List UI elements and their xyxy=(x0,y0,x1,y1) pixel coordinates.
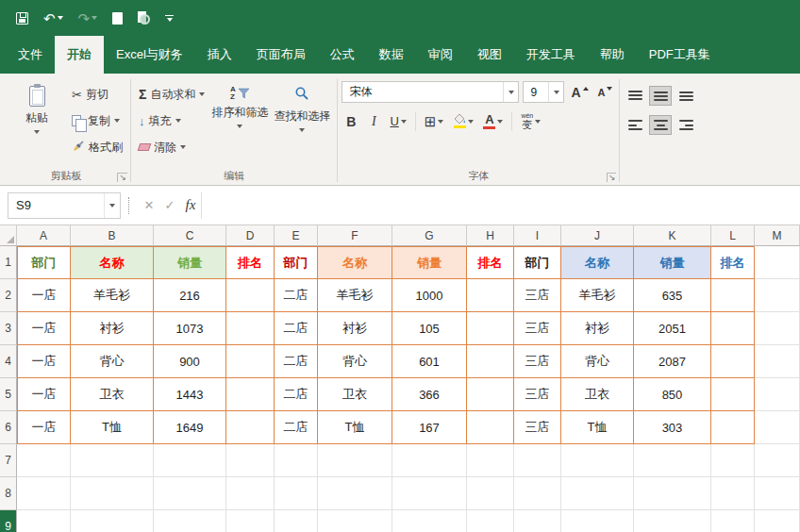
bottom-align-button[interactable] xyxy=(675,86,697,106)
cell-F9[interactable] xyxy=(318,510,392,532)
cell-H5[interactable] xyxy=(467,378,514,411)
sort-filter-button[interactable]: AZ 排序和筛选 xyxy=(208,78,271,167)
cell-B3[interactable]: 衬衫 xyxy=(71,312,154,345)
cell-A6[interactable]: 一店 xyxy=(17,411,71,444)
row-header-1[interactable]: 1 xyxy=(0,246,17,279)
cell-E5[interactable]: 二店 xyxy=(275,378,318,411)
format-painter-button[interactable]: 格式刷 xyxy=(68,137,126,158)
cell-M9[interactable] xyxy=(755,510,800,532)
formula-input[interactable] xyxy=(201,192,800,219)
cell-E2[interactable]: 二店 xyxy=(275,279,318,312)
cell-K2[interactable]: 635 xyxy=(634,279,711,312)
cell-G1[interactable]: 销量 xyxy=(392,246,467,279)
cell-B5[interactable]: 卫衣 xyxy=(71,378,154,411)
cell-M1[interactable] xyxy=(755,246,800,279)
cell-I7[interactable] xyxy=(514,444,561,477)
cell-K8[interactable] xyxy=(634,477,711,510)
cell-B1[interactable]: 名称 xyxy=(71,246,154,279)
cell-H8[interactable] xyxy=(467,477,514,510)
cell-J6[interactable]: T恤 xyxy=(561,411,634,444)
cell-D9[interactable] xyxy=(226,510,275,532)
new-file-button[interactable] xyxy=(109,7,125,29)
cell-I4[interactable]: 三店 xyxy=(514,345,561,378)
col-header-D[interactable]: D xyxy=(226,225,275,246)
cell-J7[interactable] xyxy=(561,444,634,477)
cell-C7[interactable] xyxy=(154,444,226,477)
cell-L8[interactable] xyxy=(711,477,755,510)
clipboard-dialog-launcher-icon[interactable]: ↘ xyxy=(117,173,127,182)
bold-button[interactable]: B xyxy=(342,110,360,132)
cell-J3[interactable]: 衬衫 xyxy=(561,312,634,345)
cell-F6[interactable]: T恤 xyxy=(318,411,392,444)
cell-D3[interactable] xyxy=(226,312,275,345)
cell-C4[interactable]: 900 xyxy=(154,345,226,378)
cell-H2[interactable] xyxy=(467,279,514,312)
cell-D6[interactable] xyxy=(226,411,275,444)
print-preview-button[interactable] xyxy=(135,7,153,29)
font-size-select[interactable]: 9 xyxy=(523,81,564,103)
cell-J2[interactable]: 羊毛衫 xyxy=(561,279,634,312)
tab-developer[interactable]: 开发工具 xyxy=(514,36,588,74)
cell-H7[interactable] xyxy=(467,444,514,477)
row-header-4[interactable]: 4 xyxy=(0,345,17,378)
cell-L3[interactable] xyxy=(711,312,755,345)
cell-J1[interactable]: 名称 xyxy=(561,246,634,279)
cell-A3[interactable]: 一店 xyxy=(17,312,71,345)
cell-E7[interactable] xyxy=(275,444,318,477)
cell-I8[interactable] xyxy=(514,477,561,510)
redo-button[interactable]: ↷ xyxy=(75,7,101,29)
cell-K4[interactable]: 2087 xyxy=(634,345,711,378)
cell-F2[interactable]: 羊毛衫 xyxy=(318,279,392,312)
fill-button[interactable]: ↓ 填充 xyxy=(135,110,208,131)
cell-L9[interactable] xyxy=(711,510,755,532)
cell-G6[interactable]: 167 xyxy=(392,411,467,444)
cell-L1[interactable]: 排名 xyxy=(711,246,755,279)
chevron-down-icon[interactable] xyxy=(548,82,563,102)
select-all-corner[interactable] xyxy=(0,225,17,246)
row-header-7[interactable]: 7 xyxy=(0,444,17,477)
cell-F1[interactable]: 名称 xyxy=(318,246,392,279)
cut-button[interactable]: ✂ 剪切 xyxy=(68,84,126,105)
align-left-button[interactable] xyxy=(624,115,646,135)
borders-button[interactable]: ⊞ xyxy=(422,110,447,132)
cell-M3[interactable] xyxy=(755,312,800,345)
cell-B9[interactable] xyxy=(71,510,154,532)
tab-home[interactable]: 开始 xyxy=(55,36,104,74)
middle-align-button[interactable] xyxy=(649,86,672,106)
cell-C6[interactable]: 1649 xyxy=(154,411,226,444)
tab-insert[interactable]: 插入 xyxy=(195,36,244,74)
cell-I3[interactable]: 三店 xyxy=(514,312,561,345)
cell-C1[interactable]: 销量 xyxy=(154,246,226,279)
tab-pdf-toolkit[interactable]: PDF工具集 xyxy=(637,36,723,74)
cell-A2[interactable]: 一店 xyxy=(17,279,71,312)
cell-H6[interactable] xyxy=(467,411,514,444)
cell-J8[interactable] xyxy=(561,477,634,510)
cell-E6[interactable]: 二店 xyxy=(275,411,318,444)
row-header-2[interactable]: 2 xyxy=(0,279,17,312)
cell-A5[interactable]: 一店 xyxy=(17,378,71,411)
cell-D4[interactable] xyxy=(226,345,275,378)
tab-page-layout[interactable]: 页面布局 xyxy=(244,36,318,74)
cell-A4[interactable]: 一店 xyxy=(17,345,71,378)
cell-D1[interactable]: 排名 xyxy=(226,246,275,279)
tab-help[interactable]: 帮助 xyxy=(588,36,637,74)
copy-button[interactable]: 复制 xyxy=(68,110,126,131)
cell-F7[interactable] xyxy=(318,444,392,477)
col-header-A[interactable]: A xyxy=(17,225,71,246)
tab-review[interactable]: 审阅 xyxy=(416,36,465,74)
cell-I6[interactable]: 三店 xyxy=(514,411,561,444)
underline-button[interactable]: U xyxy=(387,110,408,132)
tab-formulas[interactable]: 公式 xyxy=(318,36,367,74)
cell-G4[interactable]: 601 xyxy=(392,345,467,378)
cell-G8[interactable] xyxy=(392,477,467,510)
cell-H9[interactable] xyxy=(467,510,514,532)
font-dialog-launcher-icon[interactable]: ↘ xyxy=(607,173,617,182)
col-header-M[interactable]: M xyxy=(755,225,800,246)
cell-B8[interactable] xyxy=(71,477,154,510)
cell-H3[interactable] xyxy=(467,312,514,345)
cell-F4[interactable]: 背心 xyxy=(318,345,392,378)
cell-E8[interactable] xyxy=(275,477,318,510)
cell-K3[interactable]: 2051 xyxy=(634,312,711,345)
cell-K7[interactable] xyxy=(634,444,711,477)
cell-G5[interactable]: 366 xyxy=(392,378,467,411)
